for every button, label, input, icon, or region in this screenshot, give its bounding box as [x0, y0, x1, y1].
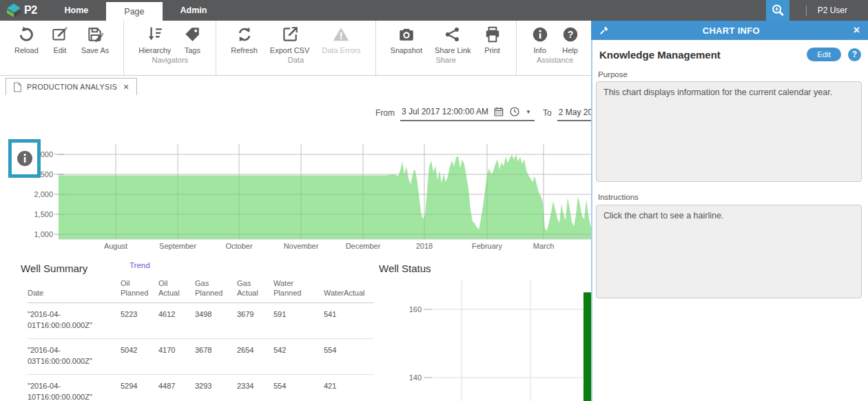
edit-button[interactable]: Edit [45, 21, 75, 56]
save-as-button[interactable]: Save As [75, 21, 115, 56]
panel-header: CHART INFO × [591, 21, 868, 40]
search-zoom-icon [770, 3, 785, 18]
knowledge-management-row: Knowledge Management Edit ? [599, 48, 861, 61]
toolbar-group-general: Reload Edit Save As [0, 21, 124, 75]
ribbon-toolbar: Reload Edit Save As Hiera [0, 21, 591, 76]
tab-admin[interactable]: Admin [163, 0, 225, 21]
column-header-water-planned: WaterPlanned [273, 278, 324, 298]
well-status-chart[interactable]: 160140 [372, 276, 591, 401]
purpose-textarea[interactable]: This chart displays information for the … [596, 81, 862, 182]
refresh-button[interactable]: Refresh [225, 21, 264, 56]
user-label[interactable]: P2 User [818, 6, 847, 15]
save-as-icon [86, 25, 104, 43]
table-cell: 5223 [121, 309, 158, 331]
edit-button[interactable]: Edit [807, 48, 841, 61]
table-row: "2016-04-01T16:00:00.000Z" 5223 4612 349… [28, 303, 373, 339]
table-cell-date: "2016-04-01T16:00:00.000Z" [28, 309, 96, 331]
camera-icon [397, 25, 415, 43]
tab-close-icon[interactable]: × [123, 82, 130, 92]
table-cell: 3679 [237, 309, 273, 331]
svg-text:2,000: 2,000 [34, 190, 53, 198]
table-cell: 541 [324, 309, 373, 331]
table-cell: 421 [324, 380, 373, 401]
hierarchy-button[interactable]: Hierarchy [132, 21, 177, 56]
from-date-value[interactable]: 3 Jul 2017 12:00:00 AM [402, 107, 488, 116]
button-label: Reload [14, 46, 39, 54]
reload-button[interactable]: Reload [8, 21, 45, 56]
pin-icon[interactable] [599, 25, 609, 35]
to-date-field[interactable]: 2 May 2018 [557, 107, 591, 121]
svg-text:October: October [225, 242, 252, 250]
export-csv-icon [281, 25, 299, 43]
well-summary-table: Date OilPlanned OilActual GasPlanned Gas… [28, 278, 373, 401]
column-header-oil-actual: OilActual [158, 278, 195, 298]
table-cell: 4170 [158, 345, 195, 367]
print-button[interactable]: Print [477, 21, 508, 56]
column-header-water-actual: WaterActual [324, 278, 373, 298]
panel-body: Knowledge Management Edit ? Purpose This… [591, 40, 868, 401]
column-header-oil-planned: OilPlanned [121, 278, 158, 298]
warning-icon [332, 25, 350, 43]
button-label: Share Link [435, 46, 471, 54]
tab-production-analysis[interactable]: PRODUCTION ANALYSIS × [6, 78, 137, 95]
column-header-gas-planned: GasPlanned [195, 278, 237, 298]
table-cell: 2334 [237, 380, 273, 401]
svg-text:160: 160 [409, 305, 422, 313]
search-button[interactable] [766, 0, 789, 21]
help-icon[interactable]: ? [848, 48, 861, 61]
table-cell: 3293 [195, 380, 237, 401]
instructions-textarea[interactable]: Click the chart to see a hairline. [596, 205, 862, 298]
reload-icon [17, 25, 35, 43]
button-label: Snapshot [391, 46, 422, 54]
table-row: "2016-04-03T16:00:00.000Z" 5042 4170 367… [28, 339, 373, 375]
tags-button[interactable]: Tags [177, 21, 207, 56]
table-header-row: Date OilPlanned OilActual GasPlanned Gas… [28, 278, 373, 303]
close-icon[interactable]: × [854, 25, 860, 36]
purpose-label: Purpose [598, 70, 628, 79]
trend-link[interactable]: Trend [130, 261, 150, 269]
table-cell: 4612 [158, 309, 195, 331]
svg-text:March: March [533, 242, 555, 250]
table-cell: 5294 [121, 380, 158, 401]
from-date-field[interactable]: 3 Jul 2017 12:00:00 AM ▼ [400, 106, 535, 121]
button-label: Help [562, 46, 578, 54]
data-errors-button: Data Errors [316, 21, 366, 56]
table-cell: 3678 [195, 345, 237, 367]
well-summary-title: Well Summary [21, 263, 87, 274]
tag-icon [183, 25, 201, 43]
toolbar-group-data: Refresh Export CSV Data Errors Data [216, 21, 375, 75]
export-csv-button[interactable]: Export CSV [264, 21, 316, 56]
tab-label: PRODUCTION ANALYSIS [27, 83, 117, 91]
clock-icon[interactable] [509, 106, 520, 117]
toolbar-group-share: Snapshot Share Link Print Share [376, 21, 517, 75]
button-label: Tags [185, 46, 200, 54]
group-label: Share [435, 56, 455, 65]
chart-info-annotation-button[interactable] [8, 139, 41, 178]
table-cell: 542 [273, 345, 324, 367]
table-cell: 554 [324, 345, 373, 367]
calendar-icon[interactable] [493, 106, 504, 117]
table-cell-date: "2016-04-03T16:00:00.000Z" [28, 345, 96, 367]
p2-logo-icon [6, 3, 22, 18]
info-button[interactable]: Info [525, 21, 555, 56]
table-cell: 3498 [195, 309, 237, 331]
from-label: From [375, 108, 395, 118]
button-label: Save As [81, 46, 109, 54]
snapshot-button[interactable]: Snapshot [384, 21, 428, 56]
tab-page[interactable]: Page [106, 2, 162, 21]
help-icon: ? [561, 25, 579, 43]
header-divider [806, 6, 807, 16]
chevron-down-icon[interactable]: ▼ [526, 109, 531, 115]
info-icon [531, 25, 549, 43]
well-status-title: Well Status [379, 263, 431, 274]
to-date-value[interactable]: 2 May 2018 [559, 107, 591, 117]
button-label: Edit [53, 46, 66, 54]
document-tabstrip: PRODUCTION ANALYSIS × [0, 76, 591, 95]
tab-home[interactable]: Home [47, 0, 107, 21]
instructions-label: Instructions [598, 193, 639, 201]
production-chart[interactable]: 3,0002,5002,0001,5001,000AugustSeptember… [0, 134, 591, 255]
page-content: From 3 Jul 2017 12:00:00 AM ▼ To 2 May 2… [0, 95, 591, 401]
svg-text:140: 140 [409, 373, 422, 382]
share-link-button[interactable]: Share Link [428, 21, 477, 56]
help-button[interactable]: ? Help [555, 21, 586, 56]
